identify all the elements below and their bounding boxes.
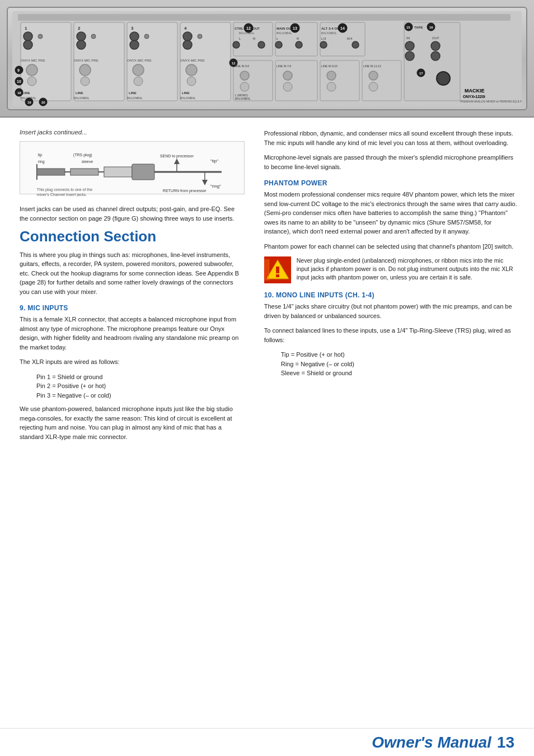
pin-list: Pin 1 = Shield or ground Pin 2 = Positiv…	[20, 372, 245, 400]
mic-inputs-para2: We use phantom-powered, balanced microph…	[20, 404, 245, 441]
svg-point-18	[77, 32, 86, 41]
svg-point-28	[130, 32, 139, 41]
svg-text:R: R	[297, 37, 299, 40]
svg-text:4: 4	[184, 26, 187, 31]
svg-rect-121	[104, 167, 132, 177]
svg-rect-120	[71, 169, 99, 175]
svg-text:L/3: L/3	[321, 37, 326, 40]
trs-diagram-box: ring tip sleeve (TRS plug) SEND to proce…	[20, 141, 245, 194]
svg-point-101	[405, 41, 414, 50]
svg-text:(TRS plug): (TRS plug)	[73, 153, 92, 157]
connection-intro: This is where you plug in things such as…	[20, 250, 245, 297]
svg-point-38	[183, 32, 192, 41]
svg-text:ONYX MIC PRE: ONYX MIC PRE	[21, 59, 45, 62]
left-column: Insert jacks continued...	[20, 129, 259, 447]
footer-title: Owner's Manual	[372, 734, 491, 752]
mic-inputs-heading: 9. MIC INPUTS	[20, 304, 245, 312]
trs-list: Tip = Positive (+ or hot) Ring = Negativ…	[264, 350, 517, 378]
svg-point-103	[405, 52, 414, 60]
svg-point-43	[187, 77, 196, 86]
xlr-intro: The XLR inputs are wired as follows:	[20, 357, 245, 367]
mono-line-heading: 10. MONO LINE INPUTS (Ch. 1-4)	[264, 291, 517, 299]
svg-text:"ring": "ring"	[210, 184, 221, 189]
svg-point-9	[27, 77, 36, 86]
svg-text:15: 15	[406, 26, 410, 29]
svg-text:11: 11	[232, 62, 236, 65]
svg-point-104	[431, 52, 440, 60]
svg-point-22	[79, 64, 91, 76]
trs-sleeve: Sleeve = Shield or ground	[281, 368, 517, 378]
right-column: Professional ribbon, dynamic, and conden…	[259, 129, 517, 447]
svg-text:BAL/UNBAL: BAL/UNBAL	[180, 96, 196, 100]
svg-rect-140	[276, 267, 279, 273]
svg-text:tip: tip	[38, 153, 43, 157]
phantom-para2: Phantom power for each channel can be se…	[264, 242, 517, 251]
connection-section-title: Connection Section	[20, 228, 245, 245]
svg-rect-1	[18, 14, 510, 21]
svg-text:17: 17	[419, 72, 423, 75]
svg-point-92	[369, 82, 378, 91]
page-footer: Owner's Manual 13	[0, 728, 534, 756]
mono-line-para1: These 1/4" jacks share circuitry (but no…	[264, 302, 517, 320]
mic-inputs-para1: This is a female XLR connector, that acc…	[20, 315, 245, 352]
svg-text:OUT: OUT	[432, 36, 439, 40]
svg-point-68	[320, 41, 327, 48]
mixer-panel: 1 ONYX MIC PRE LINE BAL/UNBAL 9 10 2 ONY…	[7, 7, 527, 110]
svg-marker-125	[174, 158, 180, 164]
svg-text:ONYX MIC PRE: ONYX MIC PRE	[180, 59, 205, 62]
svg-point-8	[26, 64, 38, 76]
trs-tip: Tip = Positive (+ or hot)	[281, 350, 517, 360]
svg-point-33	[134, 77, 143, 86]
svg-rect-93	[404, 22, 460, 101]
svg-text:LINE IN 9-10: LINE IN 9-10	[321, 64, 338, 68]
warning-box: Never plug single-ended (unbalanced) mic…	[264, 256, 517, 283]
svg-text:18: 18	[17, 91, 21, 95]
svg-text:MACKIE: MACKIE	[465, 88, 485, 94]
svg-point-29	[130, 40, 139, 49]
svg-text:RETURN from processor: RETURN from processor	[163, 189, 207, 193]
svg-text:BAL/UNBAL: BAL/UNBAL	[127, 96, 143, 100]
svg-point-20	[91, 34, 96, 39]
svg-rect-119	[37, 169, 65, 175]
svg-text:BAL/UNBAL: BAL/UNBAL	[321, 31, 337, 35]
svg-text:10: 10	[17, 80, 21, 83]
svg-point-102	[431, 41, 440, 50]
right-para1: Professional ribbon, dynamic, and conden…	[264, 129, 517, 147]
svg-text:SEND to processor: SEND to processor	[160, 154, 194, 158]
svg-text:LINE IN 7-8: LINE IN 7-8	[277, 64, 291, 68]
svg-text:12: 12	[246, 26, 251, 30]
pin1-item: Pin 1 = Shield or ground	[36, 372, 245, 382]
footer-page-number: 13	[497, 734, 514, 752]
svg-text:20: 20	[41, 101, 45, 104]
svg-text:IN: IN	[406, 36, 410, 40]
warning-icon	[264, 256, 291, 283]
svg-text:14: 14	[340, 26, 345, 30]
svg-text:TAPE: TAPE	[414, 26, 423, 29]
svg-point-61	[296, 41, 302, 48]
svg-point-91	[369, 71, 378, 80]
svg-point-39	[183, 40, 192, 49]
svg-point-23	[81, 77, 90, 86]
svg-text:16: 16	[429, 26, 433, 29]
right-para2: Microphone-level signals are passed thro…	[264, 153, 517, 171]
svg-text:1: 1	[25, 26, 27, 31]
svg-point-107	[437, 72, 450, 85]
svg-text:This plug connects to one of t: This plug connects to one of the	[37, 188, 92, 192]
svg-point-5	[24, 40, 32, 49]
svg-point-40	[198, 34, 202, 39]
svg-point-84	[283, 82, 292, 91]
svg-point-83	[283, 71, 292, 80]
content-area: Insert jacks continued...	[0, 118, 534, 458]
svg-text:mixer's Channel Insert jacks.: mixer's Channel Insert jacks.	[37, 193, 87, 197]
svg-point-59	[275, 41, 282, 48]
phantom-para1: Most modern professional condenser mics …	[264, 190, 517, 236]
svg-text:ONYX•1220i: ONYX•1220i	[463, 95, 485, 99]
svg-text:3: 3	[131, 26, 134, 31]
svg-point-32	[133, 64, 144, 76]
phantom-power-heading: PHANTOM POWER	[264, 179, 517, 187]
svg-text:LINE: LINE	[182, 91, 190, 95]
svg-text:R/4: R/4	[347, 37, 353, 40]
trs-ring: Ring = Negative (– or cold)	[281, 360, 517, 369]
svg-text:LINE: LINE	[22, 91, 30, 95]
mono-line-para2: To connect balanced lines to these input…	[264, 326, 517, 344]
